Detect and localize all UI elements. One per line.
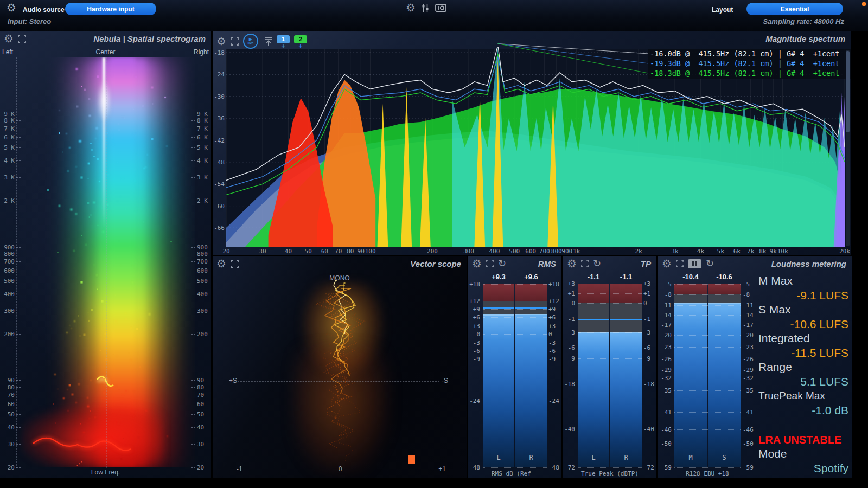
freq-scale-label-left: 200 <box>1 331 15 338</box>
scroll-to-top-icon[interactable] <box>265 37 272 46</box>
freq-scale-label-right: 40 <box>197 424 204 431</box>
freq-tick <box>16 137 21 138</box>
loudness-tick-line <box>674 315 741 316</box>
freq-tick <box>191 380 195 381</box>
gear-icon[interactable]: ⚙ <box>472 259 482 268</box>
fullscreen-icon[interactable] <box>231 260 239 268</box>
reset-icon[interactable]: ↻ <box>706 259 714 268</box>
gear-icon[interactable]: ⚙ <box>4 34 14 43</box>
freq-tick <box>191 387 195 388</box>
slot-1-badge[interactable]: 1 + <box>277 35 290 49</box>
faders-icon[interactable] <box>421 3 430 12</box>
panel-title: Loudness metering <box>771 259 846 268</box>
freq-tick <box>16 311 21 311</box>
loudness-stat-value: -9.1 LUFS <box>758 288 848 303</box>
loudness-tick-label-left: -23 <box>658 344 672 351</box>
rms-tick-label-left: -6 <box>468 348 480 355</box>
freq-tick <box>191 137 195 138</box>
reset-icon[interactable]: ↻ <box>498 259 506 268</box>
audio-source-gear-icon[interactable]: ⚙ <box>7 3 16 12</box>
freq-scale-label-left: 8 K <box>1 117 15 124</box>
freq-tick <box>191 261 195 262</box>
fullscreen-icon[interactable] <box>231 37 239 46</box>
zero-label: 0 <box>339 465 342 473</box>
gear-icon[interactable]: ⚙ <box>567 259 577 268</box>
tp-tick-line <box>578 293 642 294</box>
slot-1-add-icon[interactable]: + <box>281 43 285 49</box>
rms-tick-label-left: +3 <box>468 323 480 330</box>
fullscreen-icon[interactable] <box>486 260 494 267</box>
freq-tick-label: 400 <box>489 248 500 255</box>
fullscreen-icon[interactable] <box>676 260 684 267</box>
lra-status-badge: LRA UNSTABLE <box>758 433 848 447</box>
freq-scale-label-right: 300 <box>197 307 208 314</box>
freq-scale-label-left: 500 <box>1 278 15 285</box>
vector-scope-panel: ⚙ Vector scope MONO +S -S -1 0 +1 <box>213 256 467 478</box>
app-window: ⚙ Audio source Hardware input Input: Ste… <box>0 0 868 488</box>
freq-scale-label-left: 30 <box>1 441 15 448</box>
essential-layout-button[interactable]: Essential <box>746 3 843 15</box>
spectrum-scrollbar[interactable] <box>846 50 850 246</box>
freq-tick <box>16 114 21 114</box>
fullscreen-icon[interactable] <box>581 260 589 267</box>
io-device-icon[interactable] <box>435 4 446 12</box>
rms-level-top-edge <box>483 314 514 316</box>
rms-tick-label-right: -3 <box>548 339 556 346</box>
freq-tick <box>191 467 195 468</box>
loudness-tick-line <box>674 378 741 378</box>
freq-tick <box>16 261 21 262</box>
gear-icon[interactable]: ⚙ <box>216 36 226 46</box>
mode-value[interactable]: Spotify <box>758 461 848 476</box>
loudness-tick-label-left: -46 <box>658 426 672 433</box>
settings-gear-icon[interactable]: ⚙ <box>406 3 416 12</box>
freq-tick <box>191 311 195 311</box>
tp-headroom-zone <box>578 303 609 332</box>
fullscreen-icon[interactable] <box>18 35 26 43</box>
loudness-meter: -10.4M-10.6S-5-5-8-8-11-11-14-14-17-17-2… <box>658 272 757 478</box>
freq-tick <box>16 404 21 404</box>
freq-tick <box>16 414 21 415</box>
freq-scale-label-right: 30 <box>197 441 204 448</box>
gear-icon[interactable]: ⚙ <box>216 259 226 268</box>
loudness-caption: R128 EBU +18 (LUFS) <box>674 470 741 478</box>
plus-one-label: +1 <box>438 465 446 473</box>
cursor-readout-row: -19.3dB @ 415.5Hz (82.1 cm) | G# 4 +1cen… <box>650 59 851 68</box>
scope-center-axis <box>341 282 341 468</box>
freq-tick <box>16 247 21 248</box>
loudness-over-zone <box>674 284 707 294</box>
rms-over-zone <box>515 284 547 301</box>
gear-icon[interactable]: ⚙ <box>662 259 672 268</box>
freq-tick-label: 700 <box>539 248 550 255</box>
db-tick-label: -42 <box>213 137 225 144</box>
true-peak-meter-panel: ⚙ ↻ TP -1.1L-1.1R+3+3+1+100-1-1-3-3-6-6-… <box>563 256 656 478</box>
freq-scale-label-right: 50 <box>197 411 204 418</box>
loudness-tick-label-right: -50 <box>743 440 754 447</box>
slot-2-badge[interactable]: 2 + <box>294 35 307 49</box>
panel-title: Magnitude spectrum <box>765 34 845 43</box>
freq-tick <box>191 147 195 148</box>
freq-tick <box>191 160 195 161</box>
panel-title: TP <box>641 259 651 268</box>
loudness-tick-label-right: -14 <box>743 312 754 319</box>
hardware-input-button[interactable]: Hardware input <box>65 3 156 15</box>
play-icon: ▶ <box>249 37 252 41</box>
live-play-button[interactable]: ▶ live <box>243 34 258 49</box>
rms-level-bar <box>483 315 514 467</box>
loudness-tick-line <box>674 305 741 306</box>
pause-button[interactable] <box>688 259 701 268</box>
reset-icon[interactable]: ↻ <box>593 259 601 268</box>
rms-tick-label-right: -24 <box>548 397 559 404</box>
tp-tick-label-right: +3 <box>643 280 650 287</box>
freq-scale-label-right: 9 K <box>197 111 208 118</box>
loudness-tick-line <box>674 467 741 468</box>
rms-meter-panel: ⚙ ↻ RMS +9.3L+9.6R+18+18+12+12+9+9+6+6+3… <box>468 256 561 478</box>
loudness-tick-label-right: -8 <box>743 291 750 298</box>
db-tick-label: -18 <box>213 49 225 56</box>
freq-scale-label-right: 70 <box>197 391 204 399</box>
freq-scale-label-left: 700 <box>1 258 15 265</box>
scope-trace[interactable] <box>213 256 467 478</box>
freq-tick-label: 900 <box>561 248 572 255</box>
loudness-level-bar <box>708 304 741 467</box>
slot-2-add-icon[interactable]: + <box>298 43 302 49</box>
tp-tick-label-left: -40 <box>563 426 575 433</box>
